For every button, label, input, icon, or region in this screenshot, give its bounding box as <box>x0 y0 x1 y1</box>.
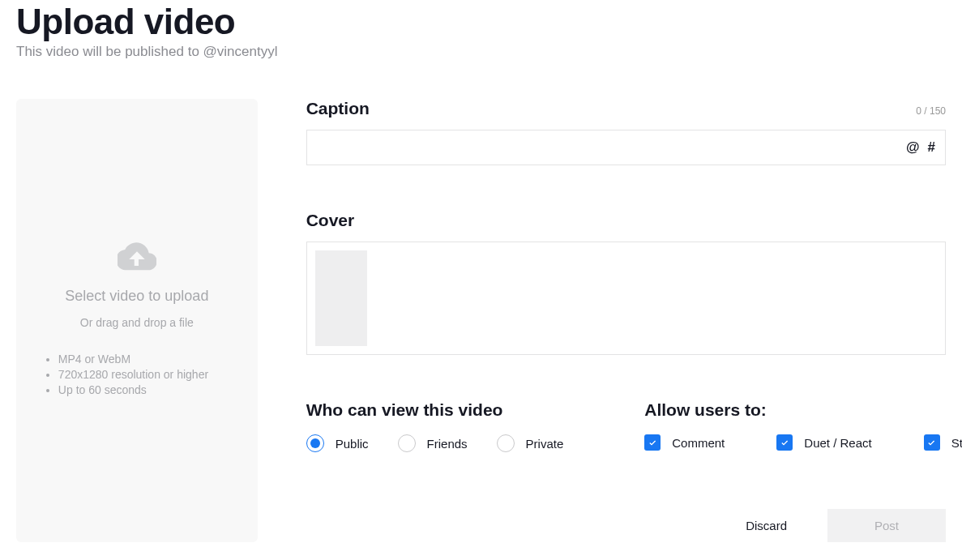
upload-cloud-icon <box>118 241 156 275</box>
caption-field-wrapper: @ # <box>306 130 946 165</box>
visibility-option-label: Private <box>526 437 564 451</box>
radio-icon <box>306 434 324 452</box>
permission-option-stitch[interactable]: Stitch <box>924 434 962 451</box>
page-title: Upload video <box>16 2 946 42</box>
checkbox-checked-icon <box>776 434 793 451</box>
cover-thumbnail-placeholder <box>315 250 367 346</box>
page-subtitle: This video will be published to @vincent… <box>16 44 946 60</box>
radio-icon <box>497 434 515 452</box>
cover-picker[interactable] <box>306 242 946 355</box>
discard-button[interactable]: Discard <box>738 509 795 542</box>
upload-spec-item: MP4 or WebM <box>58 352 230 367</box>
permission-option-label: Duet / React <box>804 436 871 450</box>
caption-label: Caption <box>306 99 370 118</box>
permissions-label: Allow users to: <box>644 400 962 420</box>
upload-specs-list: MP4 or WebM 720x1280 resolution or highe… <box>44 352 230 398</box>
caption-counter: 0 / 150 <box>916 105 946 117</box>
mention-icon[interactable]: @ <box>906 139 920 156</box>
radio-icon <box>398 434 416 452</box>
visibility-option-public[interactable]: Public <box>306 434 369 452</box>
upload-dropzone[interactable]: Select video to upload Or drag and drop … <box>16 99 258 542</box>
visibility-label: Who can view this video <box>306 400 564 420</box>
permission-option-label: Stitch <box>951 436 962 450</box>
upload-spec-item: 720x1280 resolution or higher <box>58 367 230 383</box>
permission-option-duet[interactable]: Duet / React <box>776 434 871 451</box>
hashtag-icon[interactable]: # <box>928 139 935 156</box>
upload-title: Select video to upload <box>65 288 208 305</box>
permission-option-comment[interactable]: Comment <box>644 434 725 451</box>
checkbox-checked-icon <box>644 434 661 451</box>
visibility-option-label: Friends <box>427 437 468 451</box>
upload-subtitle: Or drag and drop a file <box>80 316 194 329</box>
checkbox-checked-icon <box>924 434 940 451</box>
permission-option-label: Comment <box>672 436 725 450</box>
upload-spec-item: Up to 60 seconds <box>58 383 230 398</box>
visibility-option-friends[interactable]: Friends <box>398 434 468 452</box>
visibility-option-label: Public <box>336 437 369 451</box>
caption-input[interactable] <box>315 130 898 165</box>
post-button[interactable]: Post <box>827 509 946 542</box>
visibility-option-private[interactable]: Private <box>497 434 564 452</box>
cover-label: Cover <box>306 211 946 230</box>
